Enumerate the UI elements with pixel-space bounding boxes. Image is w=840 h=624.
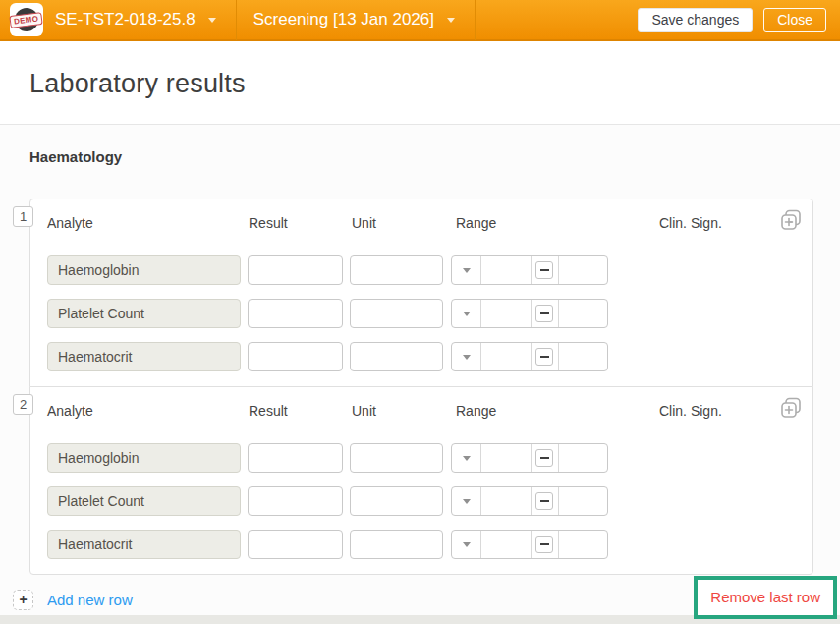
range-control: [451, 342, 608, 371]
chevron-down-icon: [208, 18, 216, 23]
chevron-down-icon: [463, 268, 471, 273]
range-control: [451, 486, 608, 516]
result-input[interactable]: [248, 342, 343, 371]
range-low-input[interactable]: [481, 444, 531, 472]
chevron-down-icon: [463, 312, 471, 316]
column-header-range: Range: [451, 215, 608, 231]
range-dropdown-button[interactable]: [452, 256, 481, 284]
result-input[interactable]: [248, 255, 343, 285]
range-dash-separator: [531, 444, 559, 472]
dash-icon: [535, 348, 553, 366]
column-header-unit: Unit: [350, 403, 443, 419]
lab-row-group-2: 2 Analyte Result Unit Range Clin. Sign. …: [29, 386, 813, 575]
demo-stamp-badge: DEMO: [10, 12, 44, 28]
dash-icon: [535, 261, 553, 279]
column-header-row: Analyte Result Unit Range Clin. Sign.: [47, 396, 796, 425]
analyte-field: Platelet Count: [47, 299, 241, 328]
lab-result-row: Haemoglobin: [47, 443, 796, 473]
lab-result-row: Platelet Count: [47, 299, 796, 328]
remove-last-row-button[interactable]: Remove last row: [710, 589, 820, 605]
plus-icon: +: [13, 590, 33, 610]
row-group-number: 1: [13, 206, 33, 227]
close-button[interactable]: Close: [763, 8, 826, 32]
range-dash-separator: [531, 343, 559, 370]
column-header-result: Result: [248, 403, 343, 419]
range-dropdown-button[interactable]: [452, 300, 481, 327]
lab-row-group-1: 1 Analyte Result Unit Range Clin. Sign. …: [29, 199, 813, 387]
add-new-row-label: Add new row: [47, 592, 133, 608]
copy-plus-icon[interactable]: [779, 396, 803, 420]
analyte-field: Haemoglobin: [47, 255, 241, 285]
analyte-field: Haemoglobin: [47, 443, 241, 473]
page-title: Laboratory results: [29, 69, 811, 99]
dash-icon: [535, 449, 553, 467]
analyte-field: Haematocrit: [47, 342, 241, 371]
add-new-row-button[interactable]: + Add new row: [13, 590, 133, 610]
range-high-input[interactable]: [559, 444, 608, 472]
topbar-divider: [475, 0, 476, 40]
range-dropdown-button[interactable]: [452, 343, 481, 370]
column-header-row: Analyte Result Unit Range Clin. Sign.: [47, 208, 796, 238]
range-low-input[interactable]: [481, 343, 531, 370]
unit-input[interactable]: [350, 342, 443, 371]
app-window: DEMO SE-TST2-018-25.8 Screening [13 Jan …: [0, 0, 840, 624]
unit-input[interactable]: [350, 299, 443, 328]
analyte-field: Haematocrit: [47, 530, 241, 559]
unit-input[interactable]: [350, 443, 443, 473]
range-low-input[interactable]: [481, 531, 531, 558]
lab-result-row: Platelet Count: [47, 486, 796, 516]
range-low-input[interactable]: [481, 487, 531, 515]
lab-result-row: Haematocrit: [47, 342, 796, 371]
row-group-number: 2: [13, 394, 33, 415]
result-input[interactable]: [248, 443, 343, 473]
range-control: [451, 443, 608, 473]
subject-dropdown[interactable]: SE-TST2-018-25.8: [43, 0, 236, 39]
column-header-unit: Unit: [350, 215, 443, 231]
copy-plus-icon[interactable]: [779, 208, 803, 232]
range-dropdown-button[interactable]: [452, 444, 481, 472]
range-low-input[interactable]: [481, 256, 531, 284]
unit-input[interactable]: [350, 530, 443, 559]
range-dash-separator: [531, 487, 559, 515]
range-dropdown-button[interactable]: [452, 487, 481, 515]
chevron-down-icon: [447, 18, 455, 23]
unit-input[interactable]: [350, 486, 443, 516]
column-header-analyte: Analyte: [47, 403, 241, 419]
lab-result-row: Haematocrit: [47, 530, 796, 559]
section-title: Haematology: [29, 148, 813, 165]
range-dash-separator: [531, 256, 559, 284]
annotation-highlight: Remove last row: [694, 576, 837, 619]
save-changes-button[interactable]: Save changes: [638, 8, 753, 32]
column-header-analyte: Analyte: [47, 215, 241, 231]
lab-result-row: Haemoglobin: [47, 255, 796, 285]
chevron-down-icon: [463, 456, 471, 461]
range-dash-separator: [531, 531, 559, 558]
dash-icon: [535, 536, 553, 553]
range-high-input[interactable]: [559, 256, 608, 284]
column-header-range: Range: [451, 403, 608, 419]
unit-input[interactable]: [350, 255, 443, 285]
chevron-down-icon: [463, 355, 471, 360]
range-high-input[interactable]: [559, 487, 608, 515]
column-header-result: Result: [248, 215, 343, 231]
range-control: [451, 299, 608, 328]
top-navigation-bar: DEMO SE-TST2-018-25.8 Screening [13 Jan …: [0, 0, 840, 41]
result-input[interactable]: [248, 486, 343, 516]
range-dropdown-button[interactable]: [452, 531, 481, 558]
range-control: [451, 530, 608, 559]
range-high-input[interactable]: [559, 300, 608, 327]
page-header: Laboratory results: [0, 41, 840, 125]
range-high-input[interactable]: [559, 531, 608, 558]
result-input[interactable]: [248, 299, 343, 328]
result-input[interactable]: [248, 530, 343, 559]
event-dropdown[interactable]: Screening [13 Jan 2026]: [237, 0, 475, 39]
chevron-down-icon: [463, 542, 471, 547]
column-header-clin-sign: Clin. Sign.: [659, 215, 722, 231]
subject-dropdown-label: SE-TST2-018-25.8: [55, 10, 196, 29]
range-low-input[interactable]: [481, 300, 531, 327]
dash-icon: [535, 492, 553, 510]
range-high-input[interactable]: [559, 343, 608, 370]
column-header-clin-sign: Clin. Sign.: [659, 403, 722, 419]
range-dash-separator: [531, 300, 559, 327]
chevron-down-icon: [463, 499, 471, 504]
